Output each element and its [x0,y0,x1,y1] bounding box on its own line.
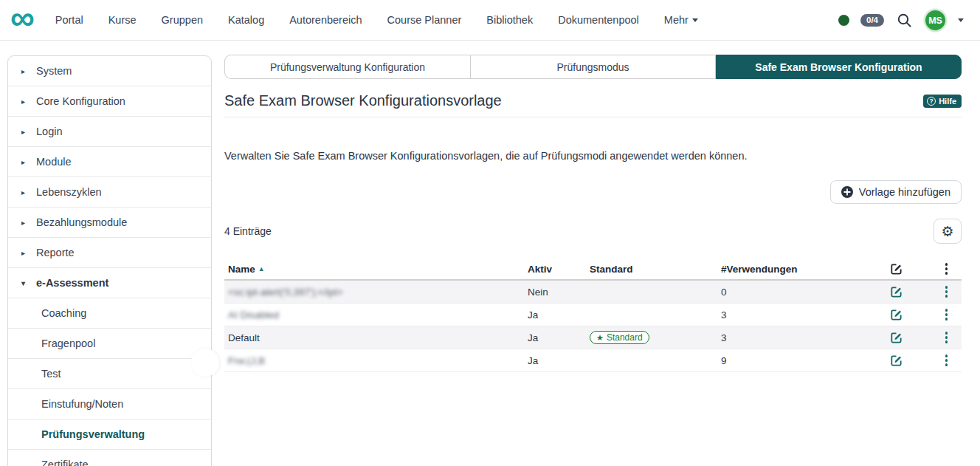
templates-table: Name▲ Aktiv Standard #Verwendungen <sc:i… [224,258,962,372]
row-aktiv: Ja [524,355,586,366]
row-kebab-menu-button[interactable] [931,354,962,366]
title-divider [224,117,962,117]
edit-row-button[interactable] [861,354,931,367]
nav-item-bibliothek[interactable]: Bibliothek [486,14,533,26]
sidebar-item-label: Module [36,156,72,168]
sidebar-item-label: e-Assessment [36,277,108,289]
table-header-row: Name▲ Aktiv Standard #Verwendungen [224,258,962,281]
tab-pruefungsmodus[interactable]: Prüfungsmodus [470,55,716,79]
sidebar-item-system[interactable]: ▸ System [8,56,211,86]
tab-pruefungsverwaltung-konfiguration[interactable]: Prüfungsverwaltung Konfiguration [224,55,470,79]
sidebar-subitem-fragenpool[interactable]: Fragenpool [8,329,211,359]
row-verwendungen: 0 [717,287,861,298]
sidebar-collapse-handle[interactable] [191,349,219,377]
row-kebab-menu-button[interactable] [931,332,962,343]
add-template-button[interactable]: Vorlage hinzufügen [830,180,962,204]
star-icon: ★ [596,334,604,342]
nav-item-dokumentenpool[interactable]: Dokumentenpool [558,14,639,26]
chevron-right-icon: ▸ [21,128,29,136]
sidebar-subitem-test[interactable]: Test [8,359,211,389]
row-kebab-menu-button[interactable] [931,309,962,321]
row-name-redacted: Frw;(J,B [224,355,524,366]
question-mark-icon: ? [927,97,936,106]
chevron-right-icon: ▸ [21,158,29,166]
sidebar-subitem-coaching[interactable]: Coaching [8,298,211,329]
row-standard: ★ Standard [586,331,717,344]
sidebar-item-label: Login [36,126,62,137]
nav-item-gruppen[interactable]: Gruppen [162,14,203,26]
row-name: Default [224,332,524,343]
row-aktiv: Ja [524,332,586,343]
segmented-tabs: Prüfungsverwaltung Konfiguration Prüfung… [224,55,962,79]
chevron-down-icon [692,18,698,22]
sidebar-subitem-label: Test [41,368,61,380]
nav-item-autorenbereich[interactable]: Autorenbereich [289,14,362,26]
sidebar-item-e-assessment[interactable]: ▾ e-Assessment [8,268,211,298]
chevron-right-icon: ▸ [21,249,29,257]
nav-item-course-planner[interactable]: Course Planner [387,14,462,26]
entries-count: 4 Einträge [224,225,272,237]
search-icon[interactable] [895,12,913,30]
sidebar-item-bezahlungsmodule[interactable]: ▸ Bezahlungsmodule [8,208,211,238]
sidebar-subitem-label: Coaching [41,307,86,319]
sidebar-item-login[interactable]: ▸ Login [8,117,211,147]
sidebar-subitem-label: Einstufung/Noten [41,398,123,410]
sidebar-item-label: System [36,65,72,77]
chevron-right-icon: ▸ [21,188,29,196]
column-header-aktiv[interactable]: Aktiv [524,264,586,275]
nav-item-mehr[interactable]: Mehr [664,14,698,26]
sidebar-subitem-zertifikate[interactable]: Zertifikate [8,450,211,466]
sidebar-item-reporte[interactable]: ▸ Reporte [8,238,211,268]
column-header-standard[interactable]: Standard [586,264,717,275]
kebab-menu-icon[interactable] [931,263,962,275]
sidebar-subitem-label: Zertifikate [41,459,89,466]
presence-status-dot[interactable] [838,15,849,26]
row-aktiv: Nein [524,287,586,298]
sidebar-item-core-konfiguration[interactable]: ▸ Core Konfiguration [8,86,211,117]
sidebar-subitem-label: Prüfungsverwaltung [41,428,145,440]
plus-circle-icon [841,186,853,198]
column-header-name[interactable]: Name▲ [224,264,524,275]
edit-column-icon[interactable] [861,263,931,275]
nav-item-portal[interactable]: Portal [55,14,83,26]
help-label: Hilfe [939,97,956,106]
user-menu-chevron-down-icon[interactable] [958,18,964,22]
main-content: Prüfungsverwaltung Konfiguration Prüfung… [224,55,962,372]
chevron-right-icon: ▸ [21,219,29,227]
edit-row-button[interactable] [861,286,931,298]
sidebar-item-label: Lebenszyklen [36,186,102,198]
sidebar-item-label: Bezahlungsmodule [36,216,127,228]
chevron-right-icon: ▸ [21,67,29,75]
row-aktiv: Ja [524,309,586,321]
openolat-logo[interactable]: ∞ [10,5,33,30]
nav-item-kurse[interactable]: Kurse [108,14,137,26]
topbar-right-cluster: 0/4 MS [838,0,964,41]
tab-safe-exam-browser-konfiguration[interactable]: Safe Exam Browser Konfiguration [716,55,962,79]
sidebar-subitem-label: Fragenpool [41,337,95,349]
admin-sidebar: ▸ System ▸ Core Konfiguration ▸ Login ▸ … [7,55,212,466]
sort-asc-icon: ▲ [258,265,265,273]
table-row: AI Disabled Ja 3 [224,304,962,326]
table-row: Frw;(J,B Ja 9 [224,349,962,372]
table-row: <sc:ipt-alert('0,397');</ipt> Nein 0 [224,281,962,304]
sidebar-subitem-einstufung-noten[interactable]: Einstufung/Noten [8,389,211,419]
page-title: Safe Exam Browser Konfigurationsvorlage [224,92,502,109]
nav-item-katalog[interactable]: Katalog [228,14,264,26]
sidebar-item-lebenszyklen[interactable]: ▸ Lebenszyklen [8,177,211,208]
standard-badge: ★ Standard [590,331,649,344]
column-header-verwendungen[interactable]: #Verwendungen [717,264,861,275]
help-button[interactable]: ? Hilfe [923,95,962,108]
table-settings-button[interactable]: ⚙ [934,219,962,244]
notification-count-badge[interactable]: 0/4 [860,14,884,27]
row-name-redacted: <sc:ipt-alert('0,397');</ipt> [224,287,524,298]
edit-row-button[interactable] [861,332,931,344]
sidebar-item-label: Reporte [36,247,75,258]
chevron-down-icon: ▾ [21,279,29,287]
edit-row-button[interactable] [861,309,931,321]
row-kebab-menu-button[interactable] [931,286,962,298]
add-template-label: Vorlage hinzufügen [859,186,950,198]
sidebar-subitem-pruefungsverwaltung[interactable]: Prüfungsverwaltung [8,419,211,450]
user-avatar[interactable]: MS [924,9,947,32]
row-verwendungen: 9 [717,355,861,366]
sidebar-item-module[interactable]: ▸ Module [8,147,211,177]
